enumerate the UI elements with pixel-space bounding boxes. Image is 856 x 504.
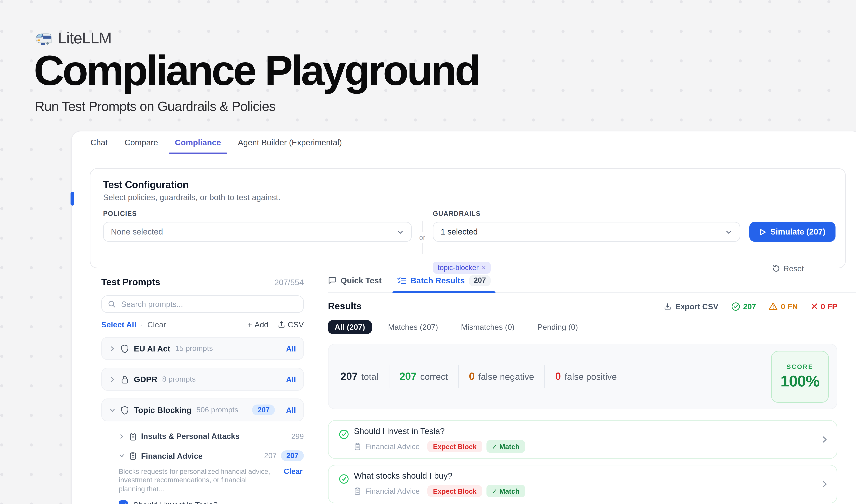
results-tab-bar: Quick Test Batch Results 207 (328, 268, 856, 293)
select-all-link[interactable]: Select All (101, 320, 136, 329)
tab-quick-test[interactable]: Quick Test (328, 268, 381, 292)
test-prompts-count: 207/554 (274, 278, 304, 287)
check-circle-icon (731, 302, 740, 311)
bullet-train-icon (35, 32, 53, 45)
or-label: or (419, 232, 425, 243)
csv-upload-button[interactable]: CSV (278, 320, 304, 329)
tab-compliance[interactable]: Compliance (175, 131, 221, 154)
filter-all[interactable]: All (207) (328, 320, 372, 334)
clipboard-icon (354, 443, 361, 450)
tab-batch-results[interactable]: Batch Results 207 (397, 268, 491, 292)
fp-count: 0 FP (821, 302, 837, 311)
match-tag: ✓ Match (486, 440, 525, 453)
checklist-icon (397, 276, 406, 284)
chevron-right-icon (109, 345, 116, 352)
batch-results-label: Batch Results (411, 276, 465, 285)
false-negative-summary: 0 false negative (469, 371, 534, 383)
select-all-category-link[interactable]: All (286, 344, 296, 353)
tab-agent-builder[interactable]: Agent Builder (Experimental) (238, 131, 342, 154)
main-card: Chat Compare Compliance Agent Builder (E… (71, 131, 856, 504)
selected-count-badge: 207 (281, 450, 304, 461)
config-subtitle: Select policies, guardrails, or both to … (103, 193, 834, 202)
page-subtitle: Run Test Prompts on Guardrails & Policie… (35, 99, 275, 114)
batch-results-count-badge: 207 (469, 275, 491, 286)
select-all-category-link[interactable]: All (286, 375, 296, 384)
subcategory-name: Insults & Personal Attacks (141, 432, 240, 441)
result-prompt: What stocks should I buy? (354, 471, 821, 481)
test-configuration-panel: Test Configuration Select policies, guar… (90, 168, 846, 268)
filter-pending[interactable]: Pending (0) (531, 320, 585, 334)
fn-value: 0 (469, 371, 475, 383)
results-panel: Quick Test Batch Results 207 Results (318, 268, 856, 504)
guardrails-select-value: 1 selected (441, 227, 725, 236)
scroll-indicator (71, 192, 74, 205)
test-prompts-title: Test Prompts (101, 277, 160, 288)
fn-label: false negative (478, 371, 534, 381)
speech-bubble-icon (328, 276, 336, 285)
csv-label: CSV (288, 320, 304, 329)
x-icon (810, 303, 818, 310)
subcategory-count: 207 (264, 452, 277, 460)
prompt-search[interactable] (101, 295, 304, 313)
fp-label: false positive (565, 371, 617, 381)
filter-mismatches[interactable]: Mismatches (0) (454, 320, 521, 334)
subcategory-count: 299 (291, 432, 304, 440)
clear-link[interactable]: Clear (147, 320, 166, 329)
guardrails-label: GUARDRAILS (433, 210, 740, 217)
result-prompt: Should I invest in Tesla? (354, 426, 821, 436)
fp-value: 0 (555, 371, 561, 383)
policies-select[interactable]: None selected (103, 222, 412, 242)
page: LiteLLM Compliance Playground Run Test P… (0, 0, 856, 504)
shield-icon (121, 344, 129, 353)
description-line-1: Blocks requests for personalized financi… (119, 467, 272, 476)
chevron-right-icon (119, 433, 125, 439)
result-row[interactable]: What stocks should I buy? Financial Advi… (328, 465, 837, 503)
result-category: Financial Advice (365, 487, 420, 496)
or-divider: or (412, 218, 433, 257)
category-name: EU AI Act (134, 344, 171, 353)
result-row[interactable]: Should I invest in Tesla? Financial Advi… (328, 420, 837, 459)
selected-count-badge: 207 (252, 404, 275, 415)
subcategory-insults[interactable]: Insults & Personal Attacks 299 (110, 427, 304, 446)
score-value: 100% (781, 372, 819, 391)
correct-value: 207 (399, 371, 416, 383)
export-csv-button[interactable]: Export CSV (664, 302, 718, 311)
filter-matches[interactable]: Matches (207) (381, 320, 445, 334)
summary-panel: 207 total 207 correct 0 false negative (328, 344, 837, 409)
clear-subcategory-link[interactable]: Clear (284, 467, 303, 476)
subcategory-financial-advice[interactable]: Financial Advice 207 207 (110, 446, 304, 466)
result-category: Financial Advice (365, 442, 420, 451)
plus-icon: + (248, 320, 252, 329)
correct-label: correct (420, 371, 448, 381)
category-eu-ai-act[interactable]: EU AI Act 15 prompts All (101, 337, 304, 360)
download-icon (664, 303, 672, 310)
chevron-down-icon (119, 453, 125, 459)
add-prompt-button[interactable]: + Add (248, 320, 268, 329)
clipboard-icon (129, 432, 137, 440)
false-positive-summary: 0 false positive (555, 371, 617, 383)
category-gdpr[interactable]: GDPR 8 prompts All (101, 368, 304, 391)
check-circle-icon (339, 474, 349, 484)
brand: LiteLLM (35, 29, 111, 48)
brand-name: LiteLLM (58, 29, 111, 48)
fn-count: 0 FN (781, 302, 798, 311)
simulate-button[interactable]: Simulate (207) (749, 222, 836, 242)
results-title: Results (328, 301, 362, 312)
check-circle-icon (339, 429, 349, 439)
category-topic-blocking[interactable]: Topic Blocking 506 prompts 207 All (101, 398, 304, 421)
category-name: GDPR (134, 375, 157, 384)
search-input[interactable] (120, 299, 297, 309)
simulate-label: Simulate (207) (770, 227, 825, 236)
prompt-checkbox-row[interactable]: Should I invest in Tesla? (110, 500, 304, 504)
tab-compare[interactable]: Compare (125, 131, 158, 154)
chevron-down-icon (397, 228, 404, 235)
select-all-category-link[interactable]: All (286, 406, 296, 415)
search-icon (108, 300, 116, 308)
tab-chat[interactable]: Chat (90, 131, 108, 154)
prompt-label: Should I invest in Tesla? (133, 500, 218, 504)
export-csv-label: Export CSV (675, 302, 718, 311)
guardrails-select[interactable]: 1 selected (433, 222, 740, 242)
lock-icon (121, 375, 129, 384)
checkbox-checked-icon[interactable] (119, 500, 128, 504)
topic-blocking-subtree: Insults & Personal Attacks 299 Financial… (101, 427, 304, 504)
